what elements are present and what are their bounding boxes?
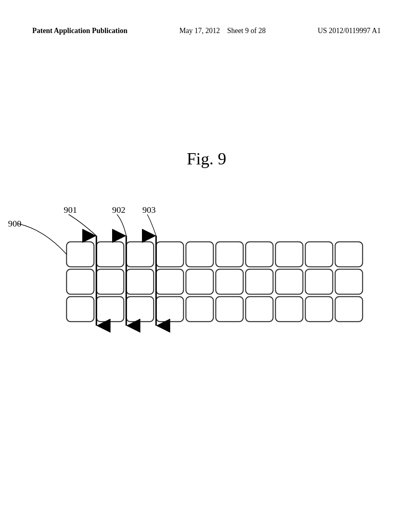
svg-text:900: 900 <box>8 218 21 229</box>
svg-rect-20 <box>67 297 94 322</box>
svg-rect-7 <box>275 242 303 267</box>
diagram-area: 900 901 902 903 <box>40 197 371 335</box>
svg-rect-16 <box>246 269 273 294</box>
svg-rect-18 <box>305 269 333 294</box>
svg-rect-25 <box>216 297 243 322</box>
svg-rect-11 <box>96 269 124 294</box>
figure-title: Fig. 9 <box>187 149 226 168</box>
svg-rect-9 <box>335 242 363 267</box>
svg-rect-28 <box>305 297 333 322</box>
svg-rect-14 <box>186 269 213 294</box>
svg-rect-22 <box>126 297 154 322</box>
patent-number-label: US 2012/0119997 A1 <box>318 27 381 35</box>
publication-label: Patent Application Publication <box>32 27 127 35</box>
svg-rect-13 <box>156 269 184 294</box>
header-right: US 2012/0119997 A1 <box>318 26 381 36</box>
svg-text:902: 902 <box>112 205 125 215</box>
diagram-svg: 900 901 902 903 <box>40 197 371 335</box>
page-header: Patent Application Publication May 17, 2… <box>0 26 413 36</box>
svg-rect-29 <box>335 297 363 322</box>
svg-rect-21 <box>96 297 124 322</box>
svg-rect-26 <box>246 297 273 322</box>
svg-rect-1 <box>96 242 124 267</box>
svg-rect-17 <box>275 269 303 294</box>
svg-rect-6 <box>246 242 273 267</box>
header-center: May 17, 2012 Sheet 9 of 28 <box>179 26 266 36</box>
svg-text:903: 903 <box>142 205 156 215</box>
svg-rect-0 <box>67 242 94 267</box>
svg-rect-3 <box>156 242 184 267</box>
svg-rect-5 <box>216 242 243 267</box>
header-left: Patent Application Publication <box>32 26 127 36</box>
svg-rect-15 <box>216 269 243 294</box>
svg-rect-27 <box>275 297 303 322</box>
svg-rect-2 <box>126 242 154 267</box>
svg-rect-8 <box>305 242 333 267</box>
svg-text:901: 901 <box>64 205 77 215</box>
svg-rect-23 <box>156 297 184 322</box>
svg-rect-12 <box>126 269 154 294</box>
svg-rect-24 <box>186 297 213 322</box>
svg-rect-19 <box>335 269 363 294</box>
svg-rect-4 <box>186 242 213 267</box>
svg-rect-10 <box>67 269 94 294</box>
date-sheet-label: May 17, 2012 Sheet 9 of 28 <box>179 27 266 35</box>
